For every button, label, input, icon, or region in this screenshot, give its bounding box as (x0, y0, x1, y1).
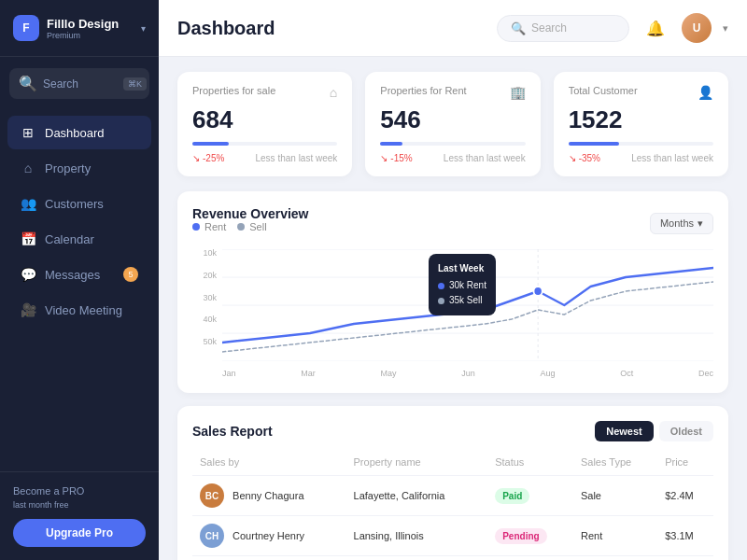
stat-period: Less than last week (444, 153, 526, 163)
col-property-name: Property name (346, 453, 488, 476)
oldest-filter-button[interactable]: Oldest (659, 421, 713, 441)
sidebar-item-video[interactable]: 🎥 Video Meeting (7, 293, 151, 327)
sales-title: Sales Report (192, 424, 273, 439)
chevron-down-icon[interactable]: ▾ (723, 22, 728, 35)
table-row: CH Courtney Henry Lansing, Illinois Pend… (192, 516, 713, 556)
logo-text-block: Filllo Design Premium (47, 17, 119, 40)
sidebar-item-label: Calendar (45, 232, 94, 246)
stat-value: 546 (380, 105, 525, 134)
price-cell: $3.1M (657, 516, 713, 556)
notification-bell-icon[interactable]: 🔔 (641, 13, 670, 43)
calendar-icon: 📅 (21, 231, 35, 246)
topbar: Dashboard 🔍 🔔 U ▾ (159, 0, 747, 57)
months-filter-button[interactable]: Months ▾ (650, 213, 713, 234)
customers-icon: 👥 (21, 196, 35, 211)
sidebar-search-bar[interactable]: 🔍 ⌘K (9, 68, 149, 99)
status-cell: Paid (487, 476, 573, 516)
logo-name: Filllo Design (47, 17, 119, 31)
sidebar-item-dashboard[interactable]: ⊞ Dashboard (7, 116, 151, 149)
sidebar-footer: Become a PRO last month free Upgrade Pro (0, 471, 159, 560)
svg-point-6 (533, 287, 542, 296)
sidebar-item-label: Messages (45, 268, 100, 282)
stat-bar-track (380, 142, 525, 146)
x-label: Jan (222, 369, 236, 378)
sidebar-item-calendar[interactable]: 📅 Calendar (7, 222, 151, 256)
stat-bar-track (192, 142, 337, 146)
pro-subtitle: last month free (13, 500, 146, 510)
stat-card-total-customer: Total Customer 👤 1522 ↘ -35% Less than l… (554, 72, 728, 176)
stat-period: Less than last week (631, 153, 713, 163)
col-status: Status (487, 453, 573, 476)
sidebar-item-customers[interactable]: 👥 Customers (7, 187, 151, 220)
y-label: 10k (192, 249, 217, 258)
property-icon: ⌂ (21, 161, 35, 175)
avatar: CH (200, 524, 224, 548)
sales-by-cell: BC Benny Chagura (192, 476, 346, 516)
newest-filter-button[interactable]: Newest (595, 421, 654, 441)
topbar-search-input[interactable] (531, 21, 615, 35)
messages-badge: 5 (123, 267, 138, 282)
stat-label: Properties for sale (192, 85, 275, 96)
sidebar-item-property[interactable]: ⌂ Property (7, 151, 151, 185)
property-cell: Lansing, Illinois (346, 516, 488, 556)
sell-dot (237, 223, 245, 231)
chart-inner: Last Week 30k Rent 35k Sell Jan M (222, 249, 713, 378)
sales-by-cell: CH Courtney Henry (192, 516, 346, 556)
revenue-title: Revenue Overview (192, 206, 309, 221)
avatar[interactable]: U (682, 13, 712, 43)
stat-card-properties-sale: Properties for sale ⌂ 684 ↘ -25% Less th… (177, 72, 352, 176)
stat-bar-track (569, 142, 713, 146)
search-input[interactable] (43, 77, 118, 91)
x-label: Aug (540, 369, 555, 378)
x-label: May (380, 369, 396, 378)
dashboard-content: Properties for sale ⌂ 684 ↘ -25% Less th… (159, 57, 747, 560)
salesperson-name: Benny Chagura (233, 490, 303, 501)
price-cell: $2.4M (657, 476, 713, 516)
topbar-right: 🔍 🔔 U ▾ (497, 13, 728, 43)
x-label: Dec (698, 369, 713, 378)
search-icon: 🔍 (19, 75, 37, 92)
revenue-overview-card: Revenue Overview Rent Sell Months ▾ (177, 191, 728, 393)
sales-by-cell: EH Esthert Howard (192, 556, 346, 561)
sales-table: Sales by Property name Status Sales Type… (192, 453, 713, 560)
main-content: Dashboard 🔍 🔔 U ▾ Properties for sale ⌂ … (159, 0, 747, 560)
logo-icon: F (13, 15, 39, 41)
stat-value: 684 (192, 105, 337, 134)
x-label: Oct (620, 369, 633, 378)
revenue-chart-svg (222, 249, 713, 361)
sales-report-card: Sales Report Newest Oldest Sales by Prop… (177, 406, 728, 560)
upgrade-pro-button[interactable]: Upgrade Pro (13, 519, 146, 547)
rent-dot (192, 223, 200, 231)
stats-row: Properties for sale ⌂ 684 ↘ -25% Less th… (177, 72, 728, 176)
stat-bar-fill (380, 142, 402, 146)
sidebar: F Filllo Design Premium ▾ 🔍 ⌘K ⊞ Dashboa… (0, 0, 159, 560)
sale-type-cell: Sale (573, 476, 657, 516)
video-icon: 🎥 (21, 302, 35, 317)
revenue-chart: 50k 40k 30k 20k 10k (192, 249, 713, 378)
property-cell: Lafayette, California (346, 476, 488, 516)
sidebar-item-messages[interactable]: 💬 Messages 5 (7, 258, 151, 291)
legend-rent-label: Rent (204, 221, 226, 232)
sidebar-item-label: Dashboard (45, 126, 105, 140)
sidebar-logo[interactable]: F Filllo Design Premium (13, 15, 119, 41)
table-row: EH Esthert Howard Stockton, Hampshire Pa… (192, 556, 713, 561)
sales-header: Sales Report Newest Oldest (192, 421, 713, 441)
sales-table-head: Sales by Property name Status Sales Type… (192, 453, 713, 476)
col-price: Price (657, 453, 713, 476)
topbar-search[interactable]: 🔍 (497, 15, 629, 42)
stat-value: 1522 (569, 105, 713, 134)
status-badge: Paid (495, 488, 529, 504)
price-cell: $2.2M (657, 556, 713, 561)
chart-legend: Rent Sell (192, 221, 309, 232)
legend-sell-label: Sell (249, 221, 266, 232)
y-label: 50k (192, 338, 217, 346)
status-cell: Paid (487, 556, 573, 561)
stat-change: ↘ -25% (192, 153, 224, 163)
sidebar-item-label: Video Meeting (45, 303, 122, 317)
dashboard-icon: ⊞ (21, 125, 35, 140)
sidebar-nav: ⊞ Dashboard ⌂ Property 👥 Customers 📅 Cal… (0, 110, 159, 471)
stat-change: ↘ -35% (569, 153, 600, 163)
y-label: 20k (192, 272, 217, 280)
property-cell: Stockton, Hampshire (346, 556, 488, 561)
chevron-down-icon[interactable]: ▾ (141, 23, 146, 34)
